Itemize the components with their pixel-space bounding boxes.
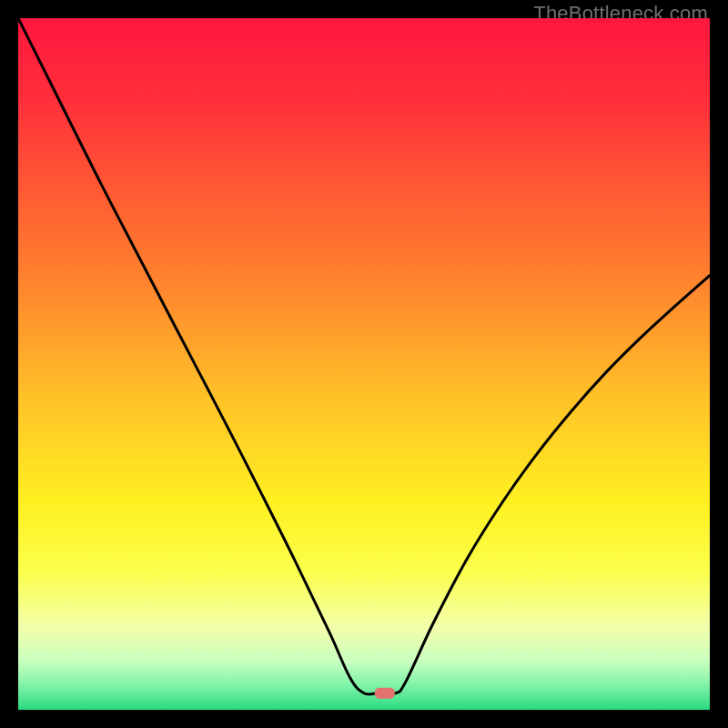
optimal-marker: [375, 688, 395, 699]
bottleneck-chart-svg: [18, 18, 710, 710]
plot-area: [18, 18, 710, 710]
gradient-background: [18, 18, 710, 710]
chart-stage: TheBottleneck.com: [0, 0, 728, 728]
